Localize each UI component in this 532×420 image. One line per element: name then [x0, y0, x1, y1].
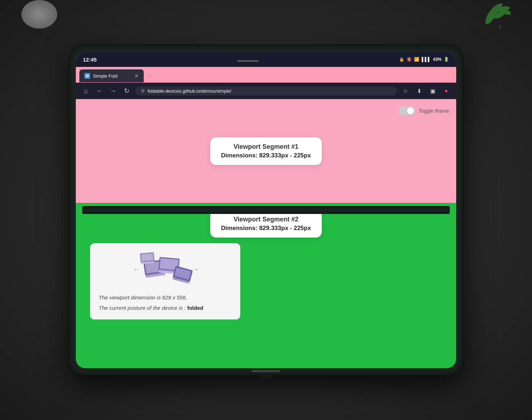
- home-button[interactable]: ⌂: [81, 86, 91, 96]
- battery-icon: 🔋: [444, 57, 449, 62]
- posture-value: folded: [187, 305, 203, 311]
- fold-handle: [237, 60, 258, 62]
- viewport-segment-1-area: Toggle Iframe Viewport Segment #1 Dimens…: [76, 99, 456, 203]
- posture-label: The current posture of the device is :: [99, 305, 186, 311]
- status-icons: 🔒 🔇 📶 ▌▌▌ 43% 🔋: [399, 57, 449, 62]
- segment-1-title: Viewport Segment #1: [221, 143, 311, 151]
- posture-text: The current posture of the device is : f…: [99, 305, 232, 311]
- viewport-dimension-text: The viewport dimension is 829 x 556.: [99, 293, 232, 302]
- segment-1-dimensions: Dimensions: 829.333px - 225px: [221, 152, 311, 159]
- top-screen: 12:45 🔒 🔇 📶 ▌▌▌ 43% 🔋 W Simp: [76, 52, 456, 203]
- svg-text:←: ←: [133, 265, 140, 273]
- toggle-switch[interactable]: [399, 106, 415, 116]
- address-icon: ⚙: [141, 88, 145, 93]
- toggle-label: Toggle Iframe: [419, 108, 449, 114]
- tab-title: Simple Fold: [93, 73, 118, 79]
- record-button[interactable]: ●: [441, 86, 451, 96]
- url-text: foldable-devices.github.io/demos/simple/: [148, 88, 231, 94]
- home-indicator: [252, 370, 280, 372]
- usb-port: [261, 375, 271, 378]
- address-bar[interactable]: ⚙ foldable-devices.github.io/demos/simpl…: [135, 87, 397, 96]
- tab-bar: W Simple Fold ✕ +: [76, 67, 456, 83]
- segment-2-dimensions: Dimensions: 829.333px - 225px: [221, 225, 311, 232]
- new-tab-button[interactable]: +: [145, 72, 155, 80]
- plant-decoration: [468, 0, 511, 29]
- screen-container: 12:45 🔒 🔇 📶 ▌▌▌ 43% 🔋 W Simp: [76, 52, 456, 368]
- tab-overview-button[interactable]: ▣: [428, 86, 438, 96]
- status-time: 12:45: [83, 57, 97, 63]
- tab-favicon: W: [84, 73, 90, 79]
- wifi-icon: 📶: [414, 57, 419, 62]
- battery-text: 43%: [433, 57, 442, 62]
- device-illustration: ←: [99, 252, 232, 288]
- toggle-iframe-control[interactable]: Toggle Iframe: [399, 106, 449, 116]
- lock-icon: 🔒: [399, 57, 404, 62]
- device-bottom-detail: [76, 375, 456, 378]
- segment-1-card: Viewport Segment #1 Dimensions: 829.333p…: [210, 137, 321, 165]
- svg-text:→: →: [192, 265, 199, 273]
- svg-rect-18: [141, 253, 153, 261]
- download-button[interactable]: ⬇: [414, 86, 424, 96]
- sound-icon: 🔇: [407, 57, 412, 62]
- device-body: 12:45 🔒 🔇 📶 ▌▌▌ 43% 🔋 W Simp: [69, 45, 463, 375]
- hinge-fold-line: [82, 206, 450, 214]
- segment-2-card: Viewport Segment #2 Dimensions: 829.333p…: [210, 210, 321, 238]
- forward-button[interactable]: →: [108, 86, 118, 96]
- reload-button[interactable]: ↻: [122, 86, 132, 96]
- browser-tab[interactable]: W Simple Fold ✕: [79, 69, 144, 82]
- tab-close-button[interactable]: ✕: [134, 73, 139, 79]
- signal-icon: ▌▌▌: [422, 57, 431, 62]
- foldable-device: 12:45 🔒 🔇 📶 ▌▌▌ 43% 🔋 W Simp: [69, 45, 463, 375]
- segment-2-title: Viewport Segment #2: [221, 216, 311, 223]
- info-card: ←: [90, 243, 240, 319]
- corner-decoration: [21, 0, 57, 29]
- status-bar: 12:45 🔒 🔇 📶 ▌▌▌ 43% 🔋: [76, 52, 456, 67]
- toggle-knob: [407, 107, 414, 114]
- bottom-screen: Viewport Segment #2 Dimensions: 829.333p…: [76, 203, 456, 368]
- back-button[interactable]: ←: [94, 86, 104, 96]
- browser-toolbar: ⌂ ← → ↻ ⚙ foldable-devices.github.io/dem…: [76, 83, 456, 99]
- bookmark-button[interactable]: ☆: [400, 86, 410, 96]
